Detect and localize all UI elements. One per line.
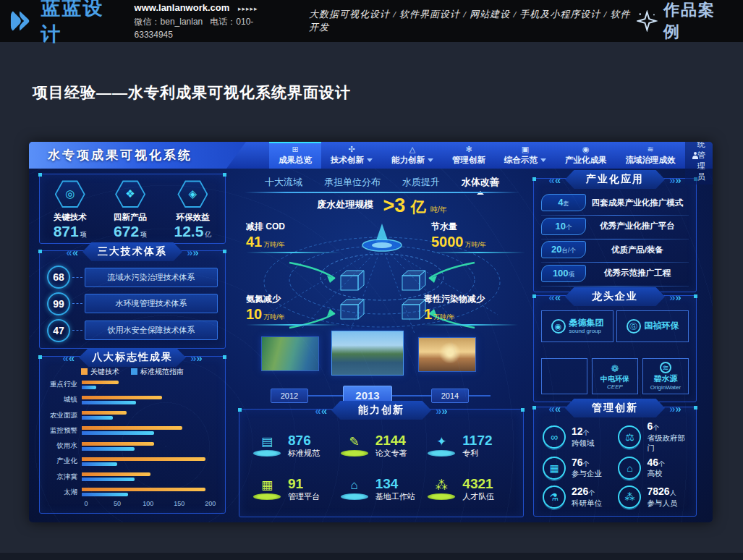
tab-ten-basins[interactable]: 十大流域: [265, 176, 302, 189]
right-arrows-icon: »»: [669, 174, 682, 185]
bar-standards: [82, 431, 154, 435]
bar-key-tech: [82, 488, 205, 491]
dashboard-title: 水专项成果可视化系统: [29, 142, 246, 169]
logo[interactable]: 蓝蓝设计: [10, 0, 122, 47]
book-icon: ▤: [252, 435, 281, 457]
user-chip[interactable]: 系统管理员: [685, 142, 713, 184]
patent-icon: ✦: [427, 435, 456, 457]
services-nav[interactable]: 大数据可视化设计 / 软件界面设计 / 网站建设 / 手机及小程序设计 / 软件…: [309, 8, 637, 34]
right-arrows-icon: »»: [436, 405, 448, 416]
website-url[interactable]: www.lanlanwork.com: [135, 2, 230, 13]
microscope-icon: ⚗: [543, 485, 566, 509]
panel-icon: ▣: [522, 145, 529, 153]
left-arrows-icon: ««: [548, 174, 561, 185]
waves-icon: ≋: [647, 145, 653, 153]
tech-system-row: 47 饮用水安全保障技术体系: [47, 319, 218, 342]
chart-category-label: 饮用水: [46, 441, 82, 451]
bar-key-tech: [82, 381, 119, 384]
tech-systems-panel: ««三大技术体系»» 68 流域水污染治理技术体系 99 水环境管理技术体系 4…: [39, 250, 226, 349]
nav-item-comprehensive-demo[interactable]: ▣ 综合示范: [495, 142, 556, 169]
panel-title: 八大标志性成果: [79, 348, 186, 367]
count-badge: 99: [47, 292, 70, 315]
stat-unit: 项: [140, 231, 147, 238]
team-icon: ⁂: [427, 478, 456, 500]
count-badge: 68: [47, 266, 70, 289]
bar-key-tech: [82, 426, 182, 430]
cap-platforms: ▦ 91管理平台: [252, 467, 340, 511]
tech-system-label[interactable]: 饮用水安全保障技术体系: [85, 321, 218, 340]
axis-tick: 200: [205, 500, 216, 507]
management-panel: ««管理创新»» ∞ 12个跨领域 ⚖ 6个省级政府部门 ▦ 76个参与企业 ⌂…: [533, 407, 697, 517]
photo-2014[interactable]: [418, 337, 476, 372]
logo-guozhen[interactable]: Ⓖ 国祯环保: [616, 310, 689, 342]
nav-item-tech-innovation[interactable]: ✣ 技术创新: [321, 142, 382, 169]
chart-row: 饮用水: [46, 441, 218, 451]
graduation-cap-icon: ✎: [340, 435, 369, 457]
stat-unit: 项: [80, 231, 87, 238]
tab-water-improvement[interactable]: 水体改善: [462, 176, 499, 189]
nav-item-management-innovation[interactable]: ✻ 管理创新: [443, 142, 495, 169]
left-arrows-icon: ««: [62, 352, 75, 363]
bar-key-tech: [82, 442, 154, 446]
benefit-icon: ◈: [177, 180, 208, 208]
chart-row: 京津冀: [46, 472, 218, 482]
logo-originwater[interactable]: ≋ 碧水源 OriginWater: [642, 358, 689, 394]
nav-item-overview[interactable]: ⊞ 成果总览: [269, 142, 321, 169]
nav-label: 技术创新: [331, 155, 364, 166]
logo-sound-group[interactable]: ◉ 桑德集团sound group: [541, 310, 613, 342]
nav-item-industrialization[interactable]: ◉ 产业化成果: [556, 142, 616, 169]
photo-2012[interactable]: [261, 336, 319, 371]
tech-system-label[interactable]: 水环境管理技术体系: [85, 294, 218, 313]
university-icon: ⌂: [618, 457, 641, 480]
page-title: 项目经验——水专利成果可视化系统界面设计: [33, 82, 351, 103]
headline-unit-big: 亿: [411, 198, 426, 215]
chevron-down-icon: [428, 158, 433, 162]
right-arrows-icon: »»: [190, 352, 203, 363]
tab-water-quality[interactable]: 水质提升: [402, 176, 440, 189]
bar-standards: [82, 462, 117, 466]
lanlan-logo-icon: [10, 8, 35, 34]
tab-unit-distribution[interactable]: 承担单位分布: [324, 176, 381, 189]
stat-label: 关键技术: [54, 212, 87, 223]
user-name: 系统管理员: [697, 142, 710, 182]
left-arrows-icon: ««: [66, 247, 78, 258]
chart-row: 城镇: [46, 395, 218, 404]
chart-x-axis: 050100150200: [86, 500, 218, 509]
cap-papers: ✎ 2144论文专著: [340, 424, 428, 467]
legend-label: 标准规范指南: [140, 368, 184, 376]
stat-new-products: ❖ 四新产品 672项: [114, 180, 147, 239]
panel-title: 管理创新: [565, 399, 665, 417]
tech-system-label[interactable]: 流域水污染治理技术体系: [85, 268, 218, 287]
dashboard-nav: 水专项成果可视化系统 ⊞ 成果总览 ✣ 技术创新 △ 能力创新 ✻ 管理创新 ▣…: [29, 142, 713, 169]
panel-title: 三大技术体系: [82, 242, 182, 261]
metric-underline: [424, 324, 518, 326]
flower-icon: ✻: [465, 145, 472, 153]
left-arrows-icon: ««: [548, 292, 561, 302]
metric-underline: [431, 252, 525, 253]
nav-item-basin-governance[interactable]: ≋ 流域治理成效: [616, 142, 685, 169]
tech-system-row: 99 水环境管理技术体系: [47, 292, 218, 315]
logo-empty-slot[interactable]: [541, 358, 587, 394]
stat-env-benefit: ◈ 环保效益 12.5亿: [174, 180, 211, 239]
cap-standards: ▤ 876标准规范: [252, 424, 340, 467]
axis-tick: 50: [114, 500, 121, 507]
count-badge: 100项: [541, 265, 586, 282]
mgmt-government: ⚖ 6个省级政府部门: [618, 420, 690, 454]
wastewater-headline: 废水处理规模 >3 亿 吨/年: [237, 195, 527, 217]
mgmt-universities: ⌂ 46个高校: [618, 454, 690, 483]
bar-standards: [82, 416, 113, 420]
photo-2013[interactable]: [331, 331, 404, 376]
count-badge: 47: [47, 319, 70, 342]
right-arrows-icon: »»: [669, 403, 682, 414]
bar-key-tech: [82, 396, 162, 399]
workstation-icon: ⌂: [340, 478, 369, 500]
chevron-down-icon: [367, 158, 373, 162]
cross-domain-icon: ∞: [543, 425, 566, 449]
logo-ceep[interactable]: ❁ 中电环保 CEEP: [592, 358, 638, 394]
metric-water-saving: 节水量 5000万吨/年: [431, 221, 525, 253]
nav-item-capability-innovation[interactable]: △ 能力创新: [382, 142, 443, 169]
chart-row: 太湖: [46, 488, 218, 497]
guozhen-logo-icon: Ⓖ: [627, 319, 641, 334]
medal-icon: ◉: [582, 145, 590, 153]
portfolio-button[interactable]: 作品案例: [637, 0, 730, 43]
